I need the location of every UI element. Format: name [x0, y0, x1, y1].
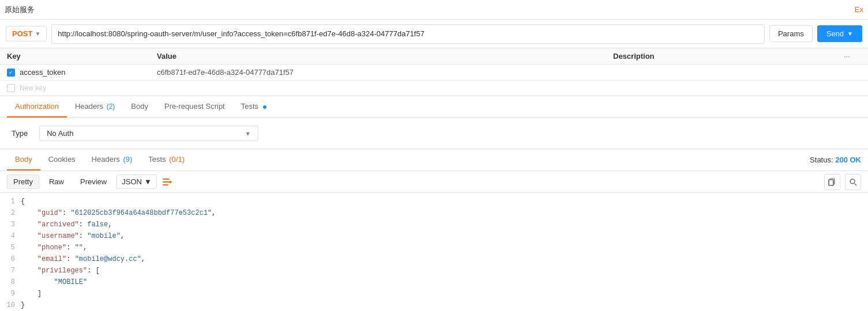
resp-tab-cookies[interactable]: Cookies — [40, 149, 84, 170]
tab-headers[interactable]: Headers (2) — [67, 96, 123, 117]
code-line: 2 "guid": "612025cb3f964a64a48bbdf77e53c… — [0, 208, 868, 219]
resp-tab-tests-label: Tests — [148, 155, 166, 164]
resp-tab-body-label: Body — [15, 155, 32, 164]
line-number: 5 — [0, 242, 21, 253]
line-number: 4 — [0, 231, 21, 242]
code-line: 7 "privileges": [ — [0, 266, 868, 277]
resp-tests-badge: (0/1) — [169, 155, 185, 164]
copy-icon[interactable] — [824, 174, 840, 190]
tab-headers-label: Headers — [75, 102, 103, 111]
tab-pre-request[interactable]: Pre-request Script — [156, 96, 233, 117]
status-value: 200 OK — [835, 156, 861, 164]
send-chevron-icon: ▼ — [847, 31, 853, 37]
resp-tab-tests[interactable]: Tests (0/1) — [140, 149, 193, 170]
line-content: { — [21, 196, 868, 207]
line-content: "phone": "", — [21, 242, 868, 253]
send-button[interactable]: Send ▼ — [817, 25, 862, 42]
params-value-header: Value — [157, 52, 613, 60]
resp-headers-badge: (9) — [123, 155, 132, 164]
status-label: Status: — [810, 156, 833, 164]
auth-type-value: No Auth — [47, 129, 73, 138]
resp-tab-body[interactable]: Body — [7, 149, 40, 170]
resp-tab-headers[interactable]: Headers (9) — [84, 149, 141, 170]
line-number: 2 — [0, 208, 21, 219]
params-more-icon: ··· — [844, 52, 861, 60]
req-tabs: Authorization Headers (2) Body Pre-reque… — [0, 96, 868, 118]
code-line: 1{ — [0, 196, 868, 208]
row-checkbox[interactable]: ✓ — [7, 69, 15, 77]
line-number: 8 — [0, 277, 21, 288]
line-content: "MOBILE" — [21, 277, 868, 288]
line-content: "email": "mobile@wdcy.cc", — [21, 254, 868, 265]
method-select[interactable]: POST ▼ — [6, 26, 47, 41]
tab-tests-dot — [263, 105, 266, 109]
format-select[interactable]: JSON ▼ — [117, 175, 157, 189]
tab-tests-label: Tests — [241, 102, 258, 111]
line-content: "privileges": [ — [21, 266, 868, 276]
resp-tabs: Body Cookies Headers (9) Tests (0/1) Sta… — [0, 149, 868, 171]
line-content: "guid": "612025cb3f964a64a48bbdf77e53c2c… — [21, 208, 868, 219]
resp-tab-headers-label: Headers — [92, 155, 120, 164]
svg-rect-4 — [829, 180, 833, 185]
method-label: POST — [12, 29, 32, 38]
table-row: ✓ access_token c6fb871f-ed7e-46d8-a324-0… — [0, 65, 868, 81]
line-content: "archived": false, — [21, 219, 868, 230]
param-value: c6fb871f-ed7e-46d8-a324-04777da71f57 — [157, 68, 630, 77]
resp-tab-cookies-label: Cookies — [48, 155, 76, 164]
json-response-area: 1{2 "guid": "612025cb3f964a64a48bbdf77e5… — [0, 193, 868, 311]
format-chevron-icon: ▼ — [144, 177, 152, 186]
svg-rect-0 — [163, 179, 170, 180]
line-number: 7 — [0, 266, 21, 276]
tab-authorization[interactable]: Authorization — [7, 96, 67, 117]
url-input[interactable] — [51, 24, 765, 44]
tab-authorization-label: Authorization — [15, 102, 59, 111]
params-table: Key Value Description ··· ✓ access_token… — [0, 48, 868, 96]
format-value: JSON — [122, 177, 142, 186]
auth-chevron-icon: ▼ — [245, 130, 251, 137]
param-key: access_token — [20, 68, 66, 77]
auth-area: Type No Auth ▼ — [0, 118, 868, 149]
tab-body[interactable]: Body — [123, 96, 156, 117]
line-content: ] — [21, 289, 868, 299]
code-line: 8 "MOBILE" — [0, 277, 868, 289]
code-line: 9 ] — [0, 289, 868, 300]
params-empty-row: New key — [0, 81, 868, 96]
empty-key-placeholder: New key — [20, 84, 46, 92]
line-number: 9 — [0, 289, 21, 299]
top-bar: 原始服务 Ex — [0, 0, 868, 20]
params-desc-header: Description — [613, 52, 844, 60]
resp-toolbar: Pretty Raw Preview JSON ▼ — [0, 171, 868, 193]
empty-checkbox — [7, 84, 15, 92]
auth-type-select[interactable]: No Auth ▼ — [39, 126, 258, 141]
raw-button[interactable]: Raw — [43, 175, 70, 189]
line-number: 6 — [0, 254, 21, 265]
resp-toolbar-right — [824, 174, 861, 190]
params-header-row: Key Value Description ··· — [0, 48, 868, 65]
wrap-icon[interactable] — [160, 175, 174, 189]
tab-tests[interactable]: Tests — [233, 96, 275, 117]
svg-line-7 — [855, 183, 857, 185]
tab-body-label: Body — [131, 102, 148, 111]
url-bar: POST ▼ Params Send ▼ — [0, 20, 868, 48]
pretty-button[interactable]: Pretty — [7, 175, 39, 189]
code-line: 5 "phone": "", — [0, 242, 868, 254]
response-status: Status: 200 OK — [810, 156, 861, 164]
code-line: 4 "username": "mobile", — [0, 231, 868, 242]
params-key-header: Key — [7, 52, 157, 60]
top-bar-title: 原始服务 — [5, 5, 35, 15]
code-line: 6 "email": "mobile@wdcy.cc", — [0, 254, 868, 266]
params-button[interactable]: Params — [769, 25, 813, 42]
svg-point-6 — [850, 179, 855, 184]
line-content: "username": "mobile", — [21, 231, 868, 242]
preview-button[interactable]: Preview — [74, 175, 113, 189]
send-label: Send — [826, 29, 844, 38]
line-number: 10 — [0, 300, 21, 311]
line-number: 3 — [0, 219, 21, 230]
top-bar-extra: Ex — [855, 5, 863, 14]
auth-type-label: Type — [12, 129, 28, 138]
tab-pre-request-label: Pre-request Script — [164, 102, 225, 111]
search-icon[interactable] — [845, 174, 861, 190]
tab-headers-badge: (2) — [107, 103, 115, 111]
code-line: 10} — [0, 300, 868, 311]
method-chevron-icon: ▼ — [35, 31, 40, 37]
